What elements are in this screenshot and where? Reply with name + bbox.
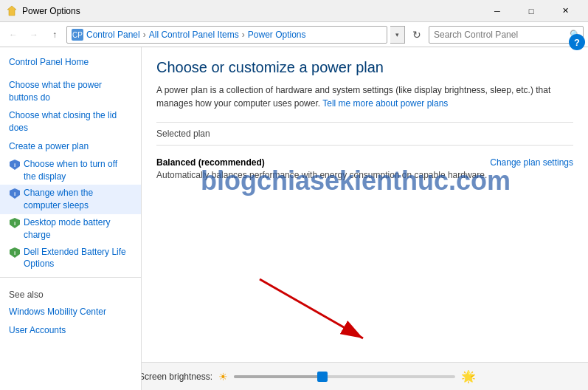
brightness-thumb[interactable] bbox=[317, 372, 328, 382]
path-sep2: › bbox=[242, 30, 245, 40]
main-container: Control Panel Home Choose what the power… bbox=[0, 47, 588, 390]
content-description: A power plan is a collection of hardware… bbox=[156, 83, 573, 110]
sidebar-item-when-computer-sleeps[interactable]: i Change when the computer sleeps bbox=[0, 185, 141, 214]
arrow-overlay bbox=[215, 264, 407, 353]
back-button[interactable]: ← bbox=[4, 26, 22, 44]
address-path: CP Control Panel › All Control Panel Ite… bbox=[66, 26, 387, 44]
brightness-sun-low-icon: ☀ bbox=[218, 371, 228, 383]
sidebar-divider bbox=[0, 277, 141, 278]
plan-info: Balanced (recommended) Automatically bal… bbox=[156, 157, 487, 180]
sidebar-item-control-panel-home[interactable]: Control Panel Home bbox=[0, 53, 141, 72]
shield-green2-icon: i bbox=[9, 247, 21, 259]
path-sep1: › bbox=[143, 30, 146, 40]
path-part1[interactable]: Control Panel bbox=[86, 30, 140, 40]
sidebar-item-mobility-center[interactable]: Windows Mobility Center bbox=[0, 303, 141, 321]
path-part2[interactable]: All Control Panel Items bbox=[149, 30, 239, 40]
brightness-track[interactable] bbox=[234, 375, 455, 378]
close-button[interactable]: ✕ bbox=[548, 0, 582, 22]
brightness-bar: Screen brightness: ☀ 🌟 bbox=[142, 362, 588, 390]
svg-line-12 bbox=[260, 279, 363, 338]
content-title: Choose or customize a power plan bbox=[156, 59, 573, 76]
section-divider-bottom bbox=[156, 145, 573, 146]
help-button[interactable]: ? bbox=[569, 34, 585, 50]
address-dropdown[interactable]: ▾ bbox=[390, 26, 405, 44]
plan-name: Balanced (recommended) bbox=[156, 157, 487, 168]
section-divider-top bbox=[156, 122, 573, 123]
svg-text:i: i bbox=[14, 250, 15, 256]
forward-button[interactable]: → bbox=[25, 26, 43, 44]
content-area: blogchiasekienthuc.com Choose or customi… bbox=[142, 47, 588, 390]
address-bar: ← → ↑ CP Control Panel › All Control Pan… bbox=[0, 22, 588, 47]
brightness-fill bbox=[234, 375, 322, 378]
path-part3[interactable]: Power Options bbox=[248, 30, 306, 40]
svg-marker-0 bbox=[7, 6, 16, 16]
sidebar-item-extended-battery[interactable]: i Dell Extended Battery Life Options bbox=[0, 244, 141, 273]
selected-plan-label: Selected plan bbox=[156, 129, 573, 139]
shield-green-icon: i bbox=[9, 217, 21, 229]
title-bar-text: Power Options bbox=[22, 6, 480, 16]
brightness-label: Screen brightness: bbox=[142, 372, 212, 382]
svg-text:i: i bbox=[14, 220, 15, 227]
minimize-button[interactable]: ─ bbox=[480, 0, 514, 22]
brightness-sun-high-icon: 🌟 bbox=[461, 369, 476, 383]
tell-me-more-link[interactable]: Tell me more about power plans bbox=[322, 98, 448, 109]
up-button[interactable]: ↑ bbox=[46, 26, 63, 44]
plan-description: Automatically balances performance with … bbox=[156, 170, 487, 180]
sidebar-item-create-plan[interactable]: Create a power plan bbox=[0, 137, 141, 156]
change-plan-settings-link[interactable]: Change plan settings bbox=[490, 157, 573, 168]
svg-text:i: i bbox=[14, 191, 15, 197]
svg-text:CP: CP bbox=[72, 31, 83, 39]
shield-blue-icon: i bbox=[9, 159, 21, 171]
sidebar-item-closing-lid[interactable]: Choose what closing the lid does bbox=[0, 106, 141, 137]
shield-blue-active-icon: i bbox=[9, 188, 21, 199]
sidebar-item-turn-off-display[interactable]: i Choose when to turn off the display bbox=[0, 156, 141, 185]
refresh-button[interactable]: ↻ bbox=[408, 26, 426, 44]
window-controls: ─ □ ✕ bbox=[480, 0, 582, 22]
see-also-label: See also bbox=[0, 282, 141, 303]
svg-text:i: i bbox=[14, 162, 15, 168]
search-wrapper: 🔍 bbox=[429, 26, 584, 44]
plan-row: Balanced (recommended) Automatically bal… bbox=[156, 151, 573, 186]
sidebar: Control Panel Home Choose what the power… bbox=[0, 47, 142, 390]
title-bar: Power Options ─ □ ✕ bbox=[0, 0, 588, 22]
maximize-button[interactable]: □ bbox=[514, 0, 548, 22]
app-icon bbox=[6, 5, 18, 17]
sidebar-item-user-accounts[interactable]: User Accounts bbox=[0, 321, 141, 340]
sidebar-item-power-buttons[interactable]: Choose what the power buttons do bbox=[0, 76, 141, 107]
search-input[interactable] bbox=[429, 26, 584, 44]
sidebar-item-battery-charge[interactable]: i Desktop mode battery charge bbox=[0, 214, 141, 244]
